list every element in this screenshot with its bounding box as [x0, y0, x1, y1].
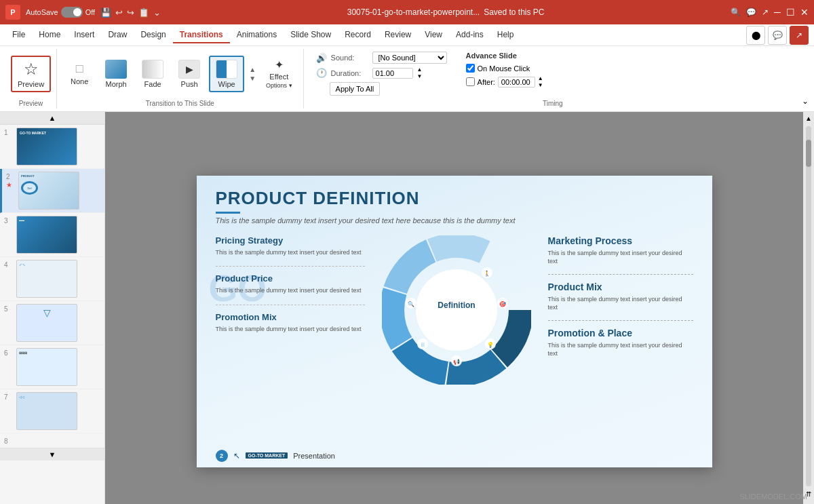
save-icon[interactable]: 💾 — [100, 7, 111, 18]
tab-draw[interactable]: Draw — [101, 27, 134, 43]
scrollbar-up-btn[interactable]: ▲ — [804, 112, 813, 125]
title-center: 30075-01-go-to-market-powerpoint... Save… — [166, 7, 725, 17]
search-icon[interactable]: 🔍 — [731, 7, 741, 17]
after-row: After: ▲ ▼ — [466, 75, 543, 88]
collapse-btn[interactable]: ⌄ — [802, 49, 809, 109]
product-mix-title: Product Mix — [548, 282, 693, 292]
sidebar-scroll-down[interactable]: ▼ — [0, 448, 104, 461]
after-spinners[interactable]: ▲ ▼ — [538, 75, 543, 88]
footer-brand: GO-TO MARKET — [246, 452, 288, 459]
minimize-btn[interactable]: ─ — [774, 7, 781, 18]
toggle-knob — [73, 8, 81, 16]
present-btn[interactable]: ⬤ — [746, 26, 765, 45]
slide-thumb-8-partial[interactable]: 8 — [0, 433, 104, 448]
transition-morph[interactable]: Morph — [99, 57, 133, 91]
duration-up[interactable]: ▲ — [417, 66, 423, 73]
slide-thumb-5[interactable]: 5 ▽ — [0, 301, 104, 345]
pricing-section: Pricing Strategy This is the sample dumm… — [216, 235, 365, 257]
push-label: Push — [181, 80, 198, 88]
morph-label: Morph — [106, 80, 127, 88]
transition-scroll[interactable]: ▲ ▼ — [247, 65, 258, 83]
sidebar-scroll-up[interactable]: ▲ — [0, 112, 104, 125]
tab-insert[interactable]: Insert — [67, 27, 101, 43]
slide-thumb-4[interactable]: 4 ⤢ ⤡ — [0, 257, 104, 301]
after-checkbox[interactable] — [466, 77, 475, 86]
tab-file[interactable]: File — [5, 27, 32, 43]
slide-num-1: 1 — [4, 128, 12, 136]
mouse-click-row: On Mouse Click — [466, 64, 543, 73]
slide-thumb-1[interactable]: 1 GO-TO MARKET — [0, 125, 104, 169]
scroll-down-arrow[interactable]: ▼ — [247, 74, 258, 83]
duration-input[interactable] — [372, 68, 413, 79]
slide-preview-7: ◁◁ — [16, 392, 77, 430]
collapse-icon[interactable]: ⌄ — [802, 96, 809, 106]
share-icon[interactable]: ↗ — [762, 7, 769, 17]
transition-none[interactable]: □ None — [62, 59, 96, 88]
canvas-scrollbar: ▲ ⇈ ⇊ ▼ — [803, 112, 814, 504]
duration-down[interactable]: ▼ — [417, 73, 423, 79]
title-bar: P AutoSave Off 💾 ↩ ↪ 📋 ⌄ 30075-01-go-to-… — [0, 0, 814, 24]
restore-btn[interactable]: ☐ — [786, 7, 795, 18]
autosave-area: AutoSave Off — [26, 7, 95, 18]
tab-record[interactable]: Record — [338, 27, 378, 43]
preview-icon — [24, 60, 39, 79]
transition-push[interactable]: ▶ Push — [172, 57, 206, 91]
preview-group: Preview Preview — [5, 49, 57, 109]
tab-animations[interactable]: Animations — [230, 27, 284, 43]
tab-home[interactable]: Home — [32, 27, 67, 43]
share-btn[interactable]: ↗ — [790, 26, 809, 45]
comment-btn[interactable]: 💬 — [768, 26, 787, 45]
sound-label: Sound: — [331, 54, 368, 62]
apply-to-all-btn[interactable]: Apply To All — [330, 82, 381, 96]
preview-button[interactable]: Preview — [11, 56, 51, 92]
transition-fade[interactable]: Fade — [136, 57, 170, 91]
ribbon: File Home Insert Draw Design Transitions… — [0, 24, 814, 112]
svg-text:💡: 💡 — [487, 341, 494, 348]
transitions-group-label: Transition to This Slide — [62, 100, 297, 109]
more-icon[interactable]: ⌄ — [153, 7, 161, 18]
tab-help[interactable]: Help — [490, 27, 521, 43]
slide-thumb-6[interactable]: 6 ⊞⊞⊞ — [0, 345, 104, 389]
customize-icon[interactable]: 📋 — [138, 7, 149, 18]
slide-num-7: 7 — [4, 392, 12, 401]
tab-review[interactable]: Review — [378, 27, 418, 43]
window-controls: 🔍 💬 ↗ ─ ☐ ✕ — [731, 7, 809, 18]
redo-icon[interactable]: ↪ — [127, 7, 134, 18]
slide-thumb-2[interactable]: 2 ★ PRODUCT Def — [0, 169, 104, 213]
apply-row: 🔊 Apply To All — [316, 82, 447, 96]
slide-canvas: PRODUCT DEFINITION This is the sample du… — [197, 176, 712, 467]
none-label: None — [71, 77, 88, 85]
transition-wipe[interactable]: Wipe — [209, 56, 244, 92]
autosave-toggle[interactable] — [61, 7, 83, 18]
ribbon-tabs: File Home Insert Draw Design Transitions… — [0, 24, 814, 46]
mouse-click-checkbox[interactable] — [466, 64, 475, 73]
footer-cursor-icon: ↖ — [233, 451, 240, 461]
wipe-label: Wipe — [218, 80, 235, 88]
tab-addins[interactable]: Add-ins — [449, 27, 490, 43]
after-down[interactable]: ▼ — [538, 82, 543, 88]
undo-icon[interactable]: ↩ — [115, 7, 123, 18]
timing-group-label: Timing — [309, 100, 796, 109]
after-up[interactable]: ▲ — [538, 75, 543, 81]
slide-left-col: Pricing Strategy This is the sample dumm… — [216, 235, 365, 385]
slide-num-8: 8 — [4, 436, 12, 445]
marketing-text: This is the sample dummy text insert you… — [548, 249, 693, 266]
scroll-up-arrow[interactable]: ▲ — [247, 65, 258, 74]
tab-transitions[interactable]: Transitions — [173, 27, 230, 43]
tab-design[interactable]: Design — [134, 27, 172, 43]
tab-view[interactable]: View — [418, 27, 449, 43]
after-input[interactable] — [498, 77, 535, 88]
footer-slide-num: 2 — [216, 450, 228, 462]
comments-icon[interactable]: 💬 — [746, 7, 756, 17]
effect-label: Effect — [269, 73, 288, 81]
close-btn[interactable]: ✕ — [800, 7, 809, 18]
slide-thumb-3[interactable]: 3 ▬▬ — [0, 213, 104, 257]
scrollbar-thumb[interactable] — [806, 140, 811, 167]
effect-options-btn[interactable]: ✦ Effect Options ▾ — [260, 56, 298, 92]
product-price-title: Product Price — [216, 273, 365, 284]
sound-select[interactable]: [No Sound] — [372, 52, 447, 64]
ribbon-content: Preview Preview □ None Morph Fade — [0, 46, 814, 111]
tab-slideshow[interactable]: Slide Show — [284, 27, 338, 43]
duration-spinners[interactable]: ▲ ▼ — [417, 66, 423, 79]
slide-thumb-7[interactable]: 7 ◁◁ — [0, 389, 104, 433]
